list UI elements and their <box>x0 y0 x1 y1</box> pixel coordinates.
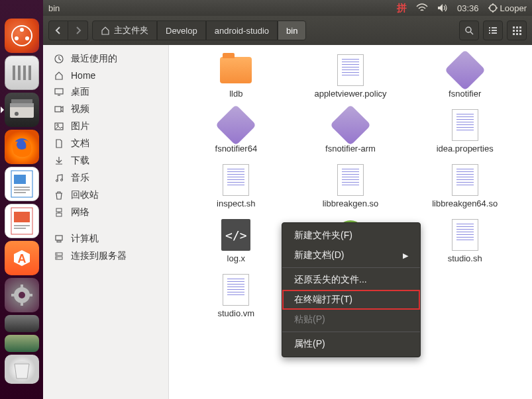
sidebar-item[interactable]: 桌面 <box>43 83 168 101</box>
file-item[interactable]: libbreakgen64.so <box>411 164 519 208</box>
svg-rect-5 <box>18 66 21 80</box>
svg-line-36 <box>470 32 473 34</box>
context-menu-label: 粘贴(P) <box>294 314 325 326</box>
launcher-drive-2[interactable] <box>5 335 39 352</box>
file-thumb <box>335 109 366 141</box>
sidebar-item[interactable]: 音乐 <box>43 169 168 187</box>
svg-point-24 <box>19 292 25 298</box>
search-button[interactable] <box>459 21 479 40</box>
file-item[interactable]: </>log.x <box>182 219 290 263</box>
file-item[interactable]: libbreakgen.so <box>297 164 405 208</box>
document-icon <box>54 138 64 149</box>
settings-icon[interactable] <box>5 278 39 312</box>
file-item[interactable]: idea.properties <box>411 109 519 154</box>
context-menu-item[interactable]: 新建文件夹(F) <box>282 226 420 245</box>
grid-view-button[interactable] <box>507 21 527 40</box>
list-view-button[interactable] <box>483 21 503 40</box>
path-seg-home[interactable]: 主文件夹 <box>92 21 157 40</box>
desktop-icon <box>54 87 64 97</box>
svg-rect-48 <box>519 30 521 32</box>
svg-rect-37 <box>489 27 490 28</box>
context-menu-label: 还原丢失的文件... <box>294 274 367 286</box>
submenu-arrow-icon: ▶ <box>403 251 408 260</box>
path-bar: 主文件夹 Develop android-studio bin <box>92 21 306 40</box>
sidebar-item-label: 最近使用的 <box>71 53 117 65</box>
file-item[interactable]: studio.sh <box>411 219 519 263</box>
svg-point-59 <box>61 179 63 181</box>
file-name: fsnotifier64 <box>215 144 258 154</box>
home-icon <box>54 70 64 81</box>
sidebar-item-label: 图片 <box>71 120 89 132</box>
back-button[interactable] <box>48 21 68 40</box>
file-name: log.x <box>227 253 245 263</box>
file-thumb <box>220 274 252 306</box>
svg-point-68 <box>56 257 58 259</box>
file-item[interactable]: inspect.sh <box>182 164 290 208</box>
sidebar-item[interactable]: 最近使用的 <box>43 50 168 67</box>
sidebar-item[interactable]: 网络 <box>43 204 168 221</box>
dash-icon[interactable] <box>5 19 39 53</box>
context-menu-item[interactable]: 还原丢失的文件... <box>282 270 420 290</box>
context-menu-item[interactable]: 在终端打开(T) <box>282 290 420 310</box>
file-thumb <box>220 164 252 196</box>
context-menu: 新建文件夹(F)新建文档(D)▶还原丢失的文件...在终端打开(T)粘贴(P)属… <box>282 222 421 357</box>
launcher-app-1[interactable] <box>5 56 39 90</box>
sidebar-item[interactable]: Home <box>43 67 168 83</box>
context-menu-item[interactable]: 新建文档(D)▶ <box>282 245 420 265</box>
svg-rect-39 <box>489 30 490 31</box>
path-seg-1[interactable]: Develop <box>157 21 206 40</box>
video-icon <box>54 104 64 114</box>
file-thumb <box>449 219 481 251</box>
firefox-icon[interactable] <box>5 130 39 164</box>
svg-rect-9 <box>10 103 34 107</box>
sidebar-item[interactable]: 计算机 <box>43 230 168 247</box>
file-item[interactable]: lldb <box>182 54 290 99</box>
network-indicator[interactable] <box>416 3 428 13</box>
svg-rect-55 <box>55 107 61 112</box>
trash-icon[interactable] <box>5 355 39 384</box>
launcher-drive-1[interactable] <box>5 315 39 332</box>
svg-rect-51 <box>519 33 521 35</box>
sidebar-item[interactable]: 下载 <box>43 152 168 169</box>
trash-icon <box>54 190 64 200</box>
sidebar-item-label: 视频 <box>71 103 89 115</box>
software-icon[interactable]: A <box>5 241 39 275</box>
clock-icon <box>54 54 64 64</box>
sidebar-item[interactable]: 图片 <box>43 118 168 135</box>
svg-rect-16 <box>14 189 30 191</box>
file-item[interactable]: studio.vm <box>182 274 290 318</box>
file-name: inspect.sh <box>217 199 256 208</box>
toolbar: 主文件夹 Develop android-studio bin <box>43 16 532 45</box>
clock-indicator[interactable]: 03:36 <box>457 3 479 13</box>
files-icon[interactable] <box>5 93 39 127</box>
sidebar-item[interactable]: 文档 <box>43 135 168 152</box>
file-item[interactable]: fsnotifier64 <box>182 109 290 154</box>
impress-icon[interactable] <box>5 204 39 238</box>
svg-rect-46 <box>513 30 515 32</box>
path-seg-3[interactable]: bin <box>278 21 306 40</box>
svg-rect-38 <box>492 27 497 28</box>
svg-rect-15 <box>14 187 30 188</box>
file-item[interactable]: appletviewer.policy <box>297 54 405 99</box>
ime-indicator[interactable]: 拼 <box>397 2 407 15</box>
picture-icon <box>54 121 64 132</box>
network-icon <box>54 207 64 218</box>
context-menu-item[interactable]: 属性(P) <box>282 334 420 354</box>
sound-indicator[interactable] <box>437 3 448 13</box>
sidebar-item[interactable]: 视频 <box>43 101 168 118</box>
path-seg-2[interactable]: android-studio <box>206 21 278 40</box>
file-name: studio.sh <box>448 253 482 263</box>
writer-icon[interactable] <box>5 167 39 201</box>
file-thumb <box>449 164 481 196</box>
sidebar-item-label: 下载 <box>71 155 89 167</box>
file-name: lldb <box>229 89 242 99</box>
sidebar-item-label: 回收站 <box>71 189 99 201</box>
file-item[interactable]: fsnotifier <box>411 54 519 99</box>
forward-button[interactable] <box>68 21 88 40</box>
sidebar-item[interactable]: 连接到服务器 <box>43 247 168 265</box>
file-item[interactable]: fsnotifier-arm <box>297 109 405 154</box>
sidebar-item[interactable]: 回收站 <box>43 187 168 204</box>
svg-rect-21 <box>14 228 26 229</box>
svg-rect-44 <box>516 26 518 28</box>
session-indicator[interactable]: Looper <box>488 3 527 13</box>
